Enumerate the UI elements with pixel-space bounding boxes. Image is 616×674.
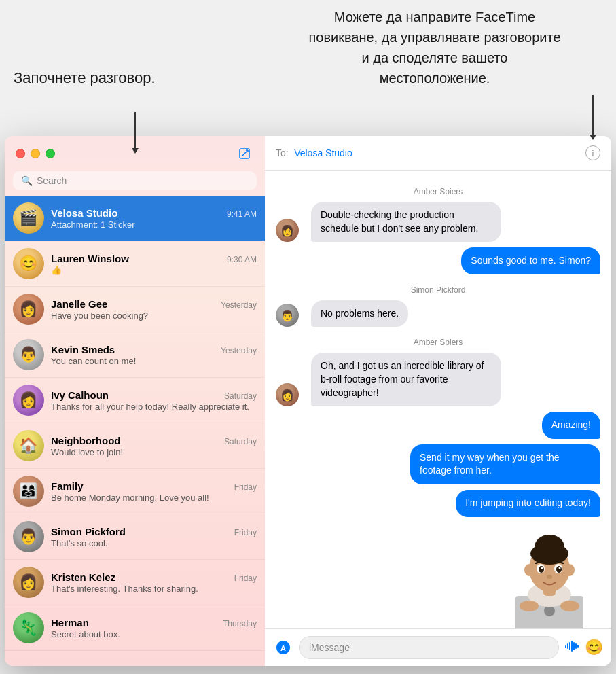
message-input[interactable]: iMessage: [299, 636, 559, 659]
conv-time-herman: Thursday: [223, 619, 257, 628]
svg-rect-28: [569, 642, 570, 650]
conv-time-kristen: Friday: [234, 573, 257, 583]
annotation-arrow-left: [134, 112, 136, 149]
svg-point-24: [560, 601, 579, 611]
conversation-item-ivy[interactable]: 👩Ivy CalhounSaturdayThanks for all your …: [5, 378, 265, 423]
conversation-item-neighborhood[interactable]: 🏠NeighborhoodSaturdayWould love to join!: [5, 423, 265, 469]
conv-preview-simon: That's so cool.: [51, 538, 257, 548]
sender-label: Amber Spiers: [276, 338, 600, 347]
bubble-received: Oh, and I got us an incredible library o…: [311, 353, 501, 406]
conversation-list: 🎬Velosa Studio9:41 AMAttachment: 1 Stick…: [5, 196, 265, 666]
input-placeholder: iMessage: [309, 642, 350, 653]
conversation-item-janelle[interactable]: 👩Janelle GeeYesterdayHave you been cooki…: [5, 287, 265, 332]
message-row-sent: Sounds good to me. Simon?: [276, 247, 600, 274]
svg-rect-30: [573, 642, 575, 650]
avatar-velosa: 🎬: [13, 202, 44, 234]
bubble-received: Double-checking the production schedule …: [311, 202, 501, 242]
app-window: 🔍 Search 🎬Velosa Studio9:41 AMAttachment…: [5, 136, 611, 666]
svg-point-14: [524, 564, 534, 576]
conv-time-lauren: 9:30 AM: [227, 255, 257, 264]
bubble-sent: I'm jumping into editing today!: [456, 490, 600, 517]
conv-time-ivy: Saturday: [224, 391, 257, 401]
conv-name-lauren: Lauren Winslow: [51, 253, 129, 264]
avatar-kevin: 👨: [13, 339, 44, 370]
conversation-item-velosa[interactable]: 🎬Velosa Studio9:41 AMAttachment: 1 Stick…: [5, 196, 265, 241]
avatar-neighborhood: 🏠: [13, 430, 44, 461]
minimize-button[interactable]: [31, 149, 40, 158]
message-row-sent: I'm jumping into editing today!: [276, 490, 600, 517]
svg-line-1: [242, 151, 247, 156]
svg-rect-27: [567, 643, 568, 649]
avatar-lauren: 😊: [13, 248, 44, 279]
conv-name-janelle: Janelle Gee: [51, 298, 107, 310]
conv-name-velosa: Velosa Studio: [51, 207, 117, 219]
conv-name-neighborhood: Neighborhood: [51, 435, 120, 446]
maximize-button[interactable]: [46, 149, 55, 158]
traffic-lights: [16, 149, 55, 158]
svg-rect-29: [571, 641, 573, 652]
conv-preview-kristen: That's interesting. Thanks for sharing.: [51, 584, 257, 594]
avatar-ivy: 👩: [13, 385, 44, 416]
svg-text:A: A: [280, 644, 286, 652]
annotation-right: Можете да направите FaceTime повикване, …: [306, 7, 564, 88]
annotation-arrow-right: [592, 95, 594, 136]
bubble-received: No problems here.: [311, 300, 408, 327]
chat-input-bar: A iMessage 😊: [265, 628, 611, 666]
svg-point-21: [559, 567, 561, 569]
close-button[interactable]: [16, 149, 25, 158]
conversation-item-simon[interactable]: 👨Simon PickfordFridayThat's so cool.: [5, 514, 265, 560]
conversation-item-herman[interactable]: 🦎HermanThursdaySecret about box.: [5, 605, 265, 651]
compose-button[interactable]: [235, 144, 254, 163]
emoji-button[interactable]: 😊: [585, 639, 603, 656]
to-label-text: To:: [276, 147, 289, 158]
conv-name-herman: Herman: [51, 617, 89, 628]
search-bar[interactable]: 🔍 Search: [13, 171, 257, 190]
appstore-button[interactable]: A: [273, 637, 293, 658]
svg-rect-31: [575, 643, 577, 649]
conv-name-kevin: Kevin Smeds: [51, 344, 115, 355]
audio-button[interactable]: [564, 640, 579, 656]
info-button[interactable]: i: [585, 145, 600, 160]
conversation-item-kristen[interactable]: 👩Kristen KelezFridayThat's interesting. …: [5, 560, 265, 605]
chat-messages: Amber Spiers👩Double-checking the product…: [265, 171, 611, 628]
conv-name-ivy: Ivy Calhoun: [51, 389, 109, 401]
chat-panel: To: Velosa Studio i Amber Spiers👩Double-…: [265, 136, 611, 666]
conv-time-neighborhood: Saturday: [224, 437, 257, 446]
avatar-amber: 👩: [276, 219, 299, 242]
conv-preview-janelle: Have you been cooking?: [51, 311, 257, 321]
conv-time-kevin: Yesterday: [221, 346, 257, 355]
svg-point-18: [539, 566, 544, 573]
search-icon: 🔍: [21, 175, 33, 186]
bubble-sent: Send it my way when you get the footage …: [410, 444, 600, 484]
conv-name-kristen: Kristen Kelez: [51, 571, 115, 583]
message-row-sent: Amazing!: [276, 412, 600, 439]
conv-name-family: Family: [51, 480, 84, 492]
avatar-janelle: 👩: [13, 294, 44, 325]
avatar-kristen: 👩: [13, 567, 44, 598]
conversation-item-family[interactable]: 👨‍👩‍👧FamilyFridayBe home Monday morning.…: [5, 469, 265, 514]
conv-preview-lauren: 👍: [51, 265, 257, 275]
annotation-left: Започнете разговор.: [14, 68, 156, 89]
conv-time-family: Friday: [234, 482, 257, 492]
memoji-figure: [276, 528, 600, 628]
conv-name-simon: Simon Pickford: [51, 526, 126, 537]
avatar-simon2: 👨: [276, 304, 299, 327]
conv-preview-velosa: Attachment: 1 Sticker: [51, 219, 257, 230]
svg-point-22: [547, 575, 552, 579]
conv-preview-herman: Secret about box.: [51, 629, 257, 639]
conv-preview-ivy: Thanks for all your help today! Really a…: [51, 402, 257, 412]
bubble-sent: Sounds good to me. Simon?: [461, 247, 600, 274]
svg-rect-26: [565, 645, 566, 648]
chat-recipient-name: Velosa Studio: [294, 147, 352, 158]
sidebar: 🔍 Search 🎬Velosa Studio9:41 AMAttachment…: [5, 136, 265, 666]
avatar-herman: 🦎: [13, 612, 44, 643]
sender-label: Simon Pickford: [276, 285, 600, 295]
conversation-item-kevin[interactable]: 👨Kevin SmedsYesterdayYou can count on me…: [5, 332, 265, 378]
bubble-sent: Amazing!: [542, 412, 600, 439]
avatar-amber: 👩: [276, 383, 299, 406]
svg-point-19: [556, 566, 562, 573]
avatar-family: 👨‍👩‍👧: [13, 476, 44, 507]
search-input[interactable]: Search: [37, 175, 67, 186]
conversation-item-lauren[interactable]: 😊Lauren Winslow9:30 AM👍: [5, 241, 265, 287]
svg-rect-32: [577, 645, 579, 648]
